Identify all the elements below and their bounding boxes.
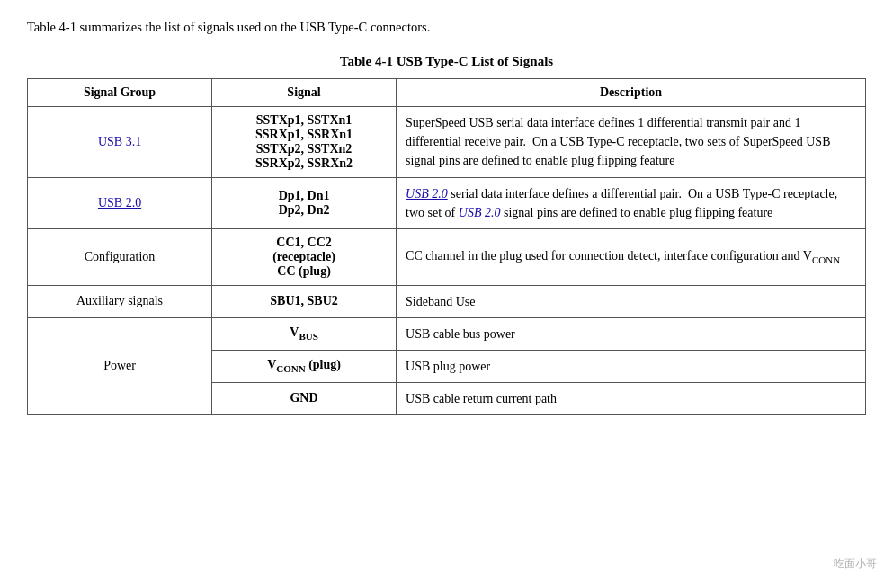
usb20-desc-link2[interactable]: USB 2.0 bbox=[459, 206, 501, 219]
signal-vbus: VBUS bbox=[212, 317, 397, 350]
signal-receptacle: (receptacle) bbox=[272, 250, 335, 263]
signal-configuration: CC1, CC2 (receptacle) CC (plug) bbox=[212, 228, 397, 285]
description-auxiliary: Sideband Use bbox=[397, 285, 866, 317]
table-row: Power VBUS USB cable bus power bbox=[28, 317, 866, 350]
signal-vconn: VCONN (plug) bbox=[212, 350, 397, 382]
group-usb31: USB 3.1 bbox=[28, 106, 212, 177]
vbus-subscript: BUS bbox=[299, 331, 317, 342]
table-row: USB 2.0 Dp1, Dn1Dp2, Dn2 USB 2.0 serial … bbox=[28, 177, 866, 228]
usb20-desc-link1[interactable]: USB 2.0 bbox=[406, 187, 448, 200]
signals-table: Signal Group Signal Description USB 3.1 … bbox=[27, 78, 866, 415]
header-description: Description bbox=[397, 78, 866, 106]
header-signal-group: Signal Group bbox=[28, 78, 212, 106]
description-gnd: USB cable return current path bbox=[397, 382, 866, 414]
table-row: Auxiliary signals SBU1, SBU2 Sideband Us… bbox=[28, 285, 866, 317]
description-usb31: SuperSpeed USB serial data interface def… bbox=[397, 106, 866, 177]
table-row: Configuration CC1, CC2 (receptacle) CC (… bbox=[28, 228, 866, 285]
description-configuration: CC channel in the plug used for connecti… bbox=[397, 228, 866, 285]
signal-text-usb31: SSTXp1, SSTXn1SSRXp1, SSRXn1 bbox=[255, 113, 353, 141]
vconn-sub2: CONN bbox=[276, 363, 305, 374]
group-usb20: USB 2.0 bbox=[28, 177, 212, 228]
group-power: Power bbox=[28, 317, 212, 414]
description-vbus: USB cable bus power bbox=[397, 317, 866, 350]
signal-cc12: CC1, CC2 bbox=[276, 236, 331, 249]
signal-text-usb20: Dp1, Dn1Dp2, Dn2 bbox=[279, 189, 330, 217]
table-header-row: Signal Group Signal Description bbox=[28, 78, 866, 106]
intro-text: Table 4-1 summarizes the list of signals… bbox=[27, 18, 866, 38]
signal-auxiliary: SBU1, SBU2 bbox=[212, 285, 397, 317]
header-signal: Signal bbox=[212, 78, 397, 106]
group-configuration: Configuration bbox=[28, 228, 212, 285]
watermark: 吃面小哥 bbox=[834, 557, 877, 572]
vconn-subscript: CONN bbox=[812, 254, 840, 265]
signal-cc-plug: CC bbox=[277, 264, 295, 278]
usb20-link[interactable]: USB 2.0 bbox=[98, 196, 141, 209]
signal-usb20: Dp1, Dn1Dp2, Dn2 bbox=[212, 177, 397, 228]
signal-vconn-plug: (plug) bbox=[308, 358, 341, 371]
signal-gnd: GND bbox=[212, 382, 397, 414]
table-row: USB 3.1 SSTXp1, SSTXn1SSRXp1, SSRXn1 SST… bbox=[28, 106, 866, 177]
usb31-link[interactable]: USB 3.1 bbox=[98, 135, 141, 148]
signal-vbus-text: VBUS bbox=[290, 325, 318, 339]
description-usb20: USB 2.0 serial data interface defines a … bbox=[397, 177, 866, 228]
signal-usb31: SSTXp1, SSTXn1SSRXp1, SSRXn1 SSTXp2, SST… bbox=[212, 106, 397, 177]
description-vconn: USB plug power bbox=[397, 350, 866, 382]
signal-plug-label: (plug) bbox=[299, 264, 331, 278]
signal-vconn-text: VCONN bbox=[267, 358, 306, 371]
signal-gnd-text: GND bbox=[290, 391, 317, 405]
signal-text-usb31-2: SSTXp2, SSTXn2SSRXp2, SSRXn2 bbox=[255, 142, 353, 170]
table-title: Table 4-1 USB Type-C List of Signals bbox=[27, 54, 866, 69]
signal-sbu: SBU1, SBU2 bbox=[270, 294, 337, 307]
group-auxiliary: Auxiliary signals bbox=[28, 285, 212, 317]
